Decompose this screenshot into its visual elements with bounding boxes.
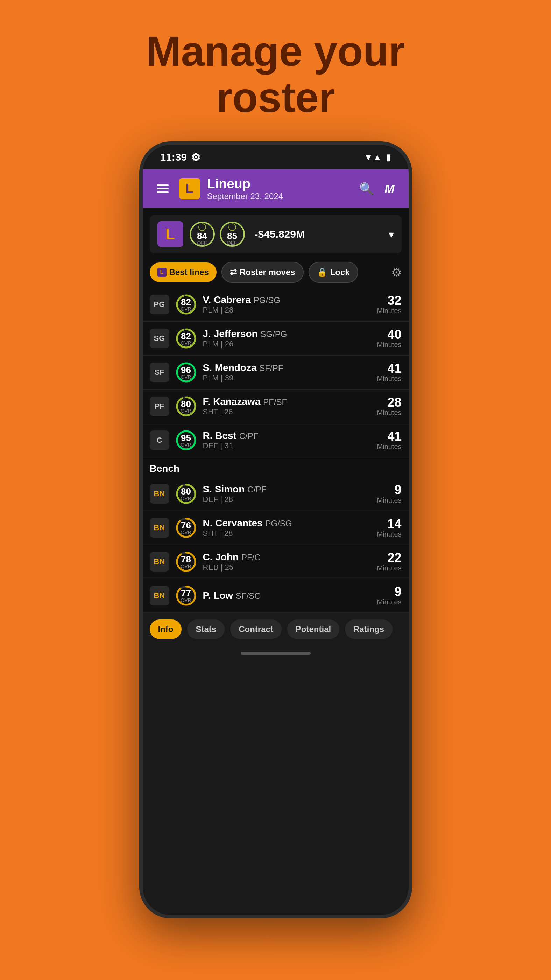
roster-moves-button[interactable]: ⇄ Roster moves xyxy=(221,262,304,283)
status-icons: ▼▲ ▮ xyxy=(364,152,391,163)
team-logo: L xyxy=(179,178,200,199)
ovr-circle: 82 OVR xyxy=(175,327,197,350)
status-time: 11:39 xyxy=(160,151,187,163)
player-meta: DEF | 31 xyxy=(203,441,372,450)
player-minutes: 28 Minutes xyxy=(377,396,401,417)
starters-list: PG 82 OVR V. Cabrera PG/SG PLM | 28 32 M… xyxy=(143,288,409,457)
player-minutes: 9 Minutes xyxy=(377,585,401,606)
player-meta: SHT | 28 xyxy=(203,529,372,538)
player-row[interactable]: PF 80 OVR F. Kanazawa PF/SF SHT | 26 28 … xyxy=(143,390,409,423)
position-badge: BN xyxy=(150,552,169,571)
player-row[interactable]: BN 80 OVR S. Simon C/PF DEF | 28 9 Minut… xyxy=(143,477,409,511)
hamburger-menu[interactable] xyxy=(157,185,168,193)
player-row[interactable]: SF 96 OVR S. Mendoza SF/PF PLM | 39 41 M… xyxy=(143,356,409,390)
player-info: J. Jefferson SG/PG PLM | 26 xyxy=(203,328,372,348)
player-row[interactable]: C 95 OVR R. Best C/PF DEF | 31 41 Minute… xyxy=(143,423,409,457)
phone-shell: 11:39 ⚙ ▼▲ ▮ L Lineup September 23, 2024… xyxy=(139,142,412,918)
player-meta: DEF | 28 xyxy=(203,495,372,504)
ovr-circle: 82 OVR xyxy=(175,293,197,316)
player-meta: REB | 25 xyxy=(203,563,372,572)
swap-icon: ⇄ xyxy=(230,267,237,277)
player-info: C. John PF/C REB | 25 xyxy=(203,552,372,572)
tab-potential[interactable]: Potential xyxy=(287,619,339,639)
player-info: F. Kanazawa PF/SF SHT | 26 xyxy=(203,396,372,417)
best-lines-button[interactable]: L Best lines xyxy=(150,262,216,282)
status-time-group: 11:39 ⚙ xyxy=(160,151,201,164)
page-title: Manage your roster xyxy=(146,28,405,120)
profile-icon[interactable]: M xyxy=(384,182,394,196)
wifi-icon: ▼▲ xyxy=(364,152,382,163)
battery-icon: ▮ xyxy=(386,152,391,163)
offense-rating: 84 OFF xyxy=(190,221,215,247)
player-info: R. Best C/PF DEF | 31 xyxy=(203,430,372,450)
team-salary: -$45.829M xyxy=(251,228,383,240)
header-title-group: Lineup September 23, 2024 xyxy=(207,177,353,201)
status-bar: 11:39 ⚙ ▼▲ ▮ xyxy=(143,145,409,169)
player-name: C. John PF/C xyxy=(203,552,372,563)
ovr-circle: 78 OVR xyxy=(175,550,197,573)
lock-icon: 🔒 xyxy=(317,267,327,277)
player-meta: PLM | 39 xyxy=(203,374,372,383)
position-badge: PG xyxy=(150,295,169,314)
player-name: N. Cervantes PG/SG xyxy=(203,518,372,529)
ovr-circle: 80 OVR xyxy=(175,395,197,418)
lock-button[interactable]: 🔒 Lock xyxy=(308,262,358,283)
player-meta: PLM | 28 xyxy=(203,305,372,315)
player-minutes: 41 Minutes xyxy=(377,362,401,383)
position-badge: C xyxy=(150,431,169,450)
position-badge: BN xyxy=(150,484,169,504)
player-name: V. Cabrera PG/SG xyxy=(203,294,372,305)
player-row[interactable]: PG 82 OVR V. Cabrera PG/SG PLM | 28 32 M… xyxy=(143,288,409,321)
team-logo-medium: L xyxy=(157,221,183,247)
best-lines-logo: L xyxy=(157,268,167,277)
tab-stats[interactable]: Stats xyxy=(187,619,225,639)
ovr-circle: 95 OVR xyxy=(175,429,197,452)
action-row: L Best lines ⇄ Roster moves 🔒 Lock ⚙ xyxy=(143,257,409,288)
home-indicator xyxy=(143,645,409,662)
position-badge: PF xyxy=(150,396,169,416)
player-name: S. Mendoza SF/PF xyxy=(203,362,372,374)
bench-label: Bench xyxy=(143,457,409,477)
player-row[interactable]: SG 82 OVR J. Jefferson SG/PG PLM | 26 40… xyxy=(143,321,409,356)
player-minutes: 32 Minutes xyxy=(377,294,401,315)
player-row[interactable]: BN 78 OVR C. John PF/C REB | 25 22 Minut… xyxy=(143,545,409,579)
tab-contract[interactable]: Contract xyxy=(230,619,282,639)
player-row[interactable]: BN 76 OVR N. Cervantes PG/SG SHT | 28 14… xyxy=(143,511,409,545)
player-minutes: 9 Minutes xyxy=(377,484,401,504)
player-minutes: 14 Minutes xyxy=(377,518,401,538)
search-icon[interactable]: 🔍 xyxy=(359,181,374,196)
bench-list: BN 80 OVR S. Simon C/PF DEF | 28 9 Minut… xyxy=(143,477,409,613)
defense-rating: 85 DEF xyxy=(220,221,245,247)
home-bar xyxy=(241,652,311,655)
position-badge: SG xyxy=(150,329,169,348)
player-meta: SHT | 26 xyxy=(203,407,372,417)
player-minutes: 22 Minutes xyxy=(377,552,401,572)
ovr-circle: 76 OVR xyxy=(175,517,197,539)
header-subtitle: September 23, 2024 xyxy=(207,191,353,201)
player-name: J. Jefferson SG/PG xyxy=(203,328,372,339)
player-name: S. Simon C/PF xyxy=(203,484,372,495)
player-name: F. Kanazawa PF/SF xyxy=(203,396,372,407)
ovr-circle: 80 OVR xyxy=(175,483,197,505)
team-summary-card: L 84 OFF xyxy=(150,215,402,253)
lineup-settings-button[interactable]: ⚙ xyxy=(391,265,402,279)
tab-ratings[interactable]: Ratings xyxy=(345,619,392,639)
expand-icon[interactable]: ▾ xyxy=(389,228,394,240)
player-info: V. Cabrera PG/SG PLM | 28 xyxy=(203,294,372,315)
player-row[interactable]: BN 77 OVR P. Low SF/SG 9 Minutes xyxy=(143,579,409,613)
app-body: L 84 OFF xyxy=(143,208,409,662)
header-actions: 🔍 M xyxy=(359,181,394,196)
player-info: P. Low SF/SG xyxy=(203,590,372,601)
player-info: N. Cervantes PG/SG SHT | 28 xyxy=(203,518,372,538)
settings-icon: ⚙ xyxy=(191,151,200,164)
ovr-circle: 77 OVR xyxy=(175,584,197,607)
tab-info[interactable]: Info xyxy=(150,619,182,639)
bottom-tab-bar: InfoStatsContractPotentialRatings xyxy=(143,613,409,645)
player-name: P. Low SF/SG xyxy=(203,590,372,601)
header-title: Lineup xyxy=(207,177,353,191)
app-header: L Lineup September 23, 2024 🔍 M xyxy=(143,169,409,208)
player-name: R. Best C/PF xyxy=(203,430,372,441)
player-meta: PLM | 26 xyxy=(203,339,372,348)
player-minutes: 40 Minutes xyxy=(377,328,401,349)
position-badge: BN xyxy=(150,586,169,606)
